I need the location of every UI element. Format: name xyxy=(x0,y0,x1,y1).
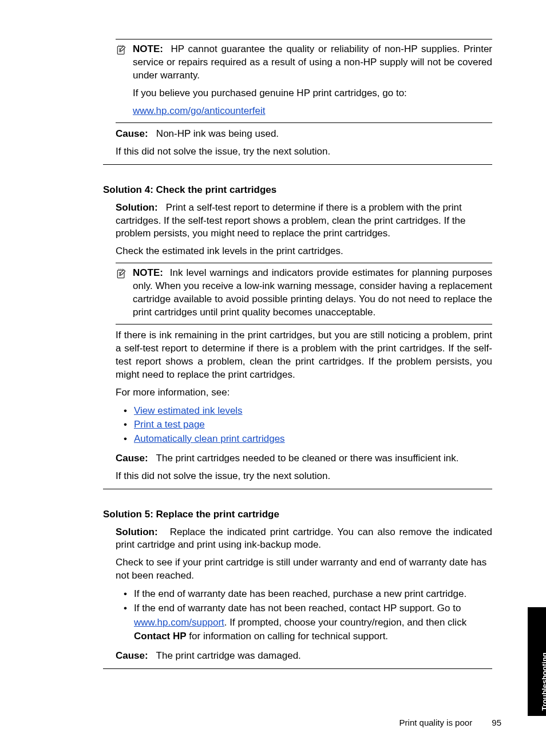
solution5-title: Solution 5: Replace the print cartridge xyxy=(103,509,492,520)
list-item: If the end of warranty date has not been… xyxy=(116,601,492,644)
next1: If this did not solve the issue, try the… xyxy=(116,145,492,159)
s5-solution-label: Solution: xyxy=(116,527,158,537)
s4-next: If this did not solve the issue, try the… xyxy=(116,470,492,483)
cause1-label: Cause: xyxy=(116,128,148,139)
s5-cause-label: Cause: xyxy=(116,650,148,661)
footer-section: Print quality is poor xyxy=(399,718,473,727)
note-box-2: NOTE: Ink level warnings and indicators … xyxy=(116,263,492,324)
s4-note-label: NOTE: xyxy=(133,267,163,278)
note1-text1: HP cannot guarantee the quality or relia… xyxy=(133,43,492,81)
link-view-ink[interactable]: View estimated ink levels xyxy=(134,405,243,416)
divider-2 xyxy=(103,489,492,489)
s5-b2b: . If prompted, choose your country/regio… xyxy=(224,617,466,628)
page: NOTE: HP cannot guarantee the quality or… xyxy=(0,0,546,756)
s4-links-list: View estimated ink levels Print a test p… xyxy=(116,404,492,446)
s4-more-info: For more information, see: xyxy=(116,386,492,399)
s5-solution-text: Replace the indicated print cartridge. Y… xyxy=(116,527,492,551)
s5-b2a: If the end of warranty date has not been… xyxy=(134,603,461,613)
anticounterfeit-link[interactable]: www.hp.com/go/anticounterfeit xyxy=(133,105,266,116)
divider-3 xyxy=(103,668,492,669)
link-print-test[interactable]: Print a test page xyxy=(134,419,205,430)
s4-note-text: Ink level warnings and indicators provid… xyxy=(133,267,492,318)
footer: Print quality is poor 95 xyxy=(399,718,501,727)
note1-text2: If you believe you purchased genuine HP … xyxy=(133,87,492,100)
note-box-1: NOTE: HP cannot guarantee the quality or… xyxy=(116,39,492,123)
support-link[interactable]: www.hp.com/support xyxy=(134,617,224,628)
solution4-body: Solution: Print a self-test report to de… xyxy=(103,201,492,483)
link-clean-cartridges[interactable]: Automatically clean print cartridges xyxy=(134,433,285,444)
solution4-title: Solution 4: Check the print cartridges xyxy=(103,184,492,196)
side-tab-label: Troubleshooting xyxy=(540,652,546,711)
s5-check: Check to see if your print cartridge is … xyxy=(116,556,492,583)
note-label: NOTE: xyxy=(133,43,163,54)
s4-check: Check the estimated ink levels in the pr… xyxy=(116,245,492,258)
side-tab: Troubleshooting xyxy=(528,607,546,716)
note-icon xyxy=(116,267,129,319)
note-icon xyxy=(116,43,129,118)
s5-b2c: for information on calling for technical… xyxy=(187,631,388,642)
s5-bullets: If the end of warranty date has been rea… xyxy=(116,587,492,644)
list-item: View estimated ink levels xyxy=(116,404,492,418)
s4-solution-label: Solution: xyxy=(116,202,158,213)
top-block: NOTE: HP cannot guarantee the quality or… xyxy=(103,39,492,159)
cause1-text: Non-HP ink was being used. xyxy=(156,128,279,139)
s5-b2bold: Contact HP xyxy=(134,631,187,642)
s5-b1: If the end of warranty date has been rea… xyxy=(134,588,466,599)
footer-page: 95 xyxy=(492,718,501,727)
list-item: Automatically clean print cartridges xyxy=(116,432,492,446)
s4-cause-label: Cause: xyxy=(116,453,148,464)
s4-after-note: If there is ink remaining in the print c… xyxy=(116,329,492,382)
divider-1 xyxy=(103,164,492,165)
list-item: Print a test page xyxy=(116,418,492,432)
s4-cause-text: The print cartridges needed to be cleane… xyxy=(156,453,459,464)
solution5-body: Solution: Replace the indicated print ca… xyxy=(103,526,492,663)
s4-solution-text: Print a self-test report to determine if… xyxy=(116,202,465,239)
s5-cause-text: The print cartridge was damaged. xyxy=(156,650,301,661)
content-area: NOTE: HP cannot guarantee the quality or… xyxy=(103,39,492,669)
list-item: If the end of warranty date has been rea… xyxy=(116,587,492,601)
